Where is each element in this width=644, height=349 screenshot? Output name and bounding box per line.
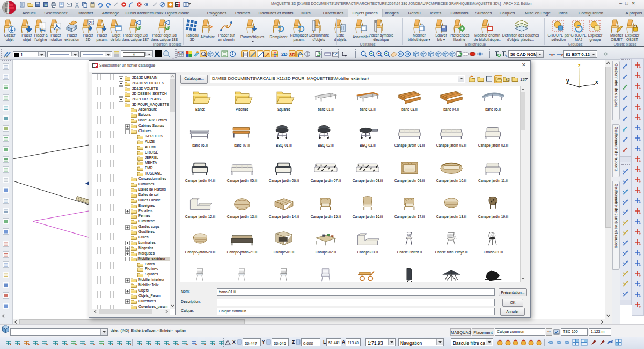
svg-text:x: x [595,79,598,85]
svg-text:z: z [578,63,581,68]
svg-text:2D: 2D [281,52,288,57]
svg-text:y: y [566,78,569,84]
svg-text:2D: 2D [89,20,94,25]
svg-text:3D: 3D [289,52,296,57]
